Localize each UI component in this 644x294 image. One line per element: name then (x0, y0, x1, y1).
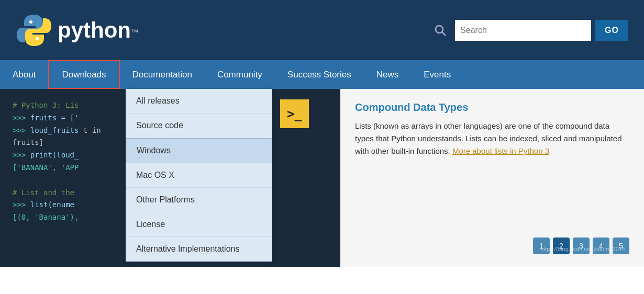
code-print-loud: print(loud_ (30, 151, 79, 159)
nav-item-about[interactable]: About (0, 60, 48, 89)
svg-point-0 (29, 20, 32, 24)
code-output-1: ['BANANA', 'APP (13, 163, 79, 172)
code-fruits-var: fruits = [' (30, 114, 79, 122)
code-line-8: # List and the (13, 188, 74, 197)
downloads-dropdown: All releases Source code Windows Mac OS … (126, 89, 272, 262)
code-prompt-4: >>> (13, 200, 30, 209)
dropdown-alternative-implementations[interactable]: Alternative Implementations (126, 237, 272, 262)
compound-title: Compound Data Types (355, 101, 629, 114)
nav-item-news[interactable]: News (364, 60, 412, 89)
svg-line-3 (442, 32, 446, 36)
code-line-1: # Python 3: Lis (13, 101, 79, 109)
main-content: >_ # Python 3: Lis >>> fruits = [' >>> l… (0, 89, 644, 267)
nav-bar: About Downloads Documentation Community … (0, 60, 644, 89)
compound-text: Lists (known as arrays in other language… (355, 120, 629, 157)
code-list-enum: list(enume (30, 200, 74, 209)
code-prompt-1: >>> (13, 114, 30, 122)
dropdown-all-releases[interactable]: All releases (126, 89, 272, 114)
nav-item-events[interactable]: Events (411, 60, 463, 89)
nav-item-downloads[interactable]: Downloads (48, 60, 119, 89)
code-prompt-3: >>> (13, 151, 30, 159)
go-button[interactable]: GO (595, 20, 628, 41)
dropdown-license[interactable]: License (126, 212, 272, 237)
dropdown-windows[interactable]: Windows (126, 138, 272, 163)
code-prompt-2: >>> (13, 126, 30, 134)
dropdown-source-code[interactable]: Source code (126, 114, 272, 138)
code-fruits-ref: fruits] (13, 138, 43, 146)
code-output-2: [(0, 'Banana'), (13, 213, 79, 221)
code-loud-fruits: loud_fruits (30, 126, 79, 134)
nav-item-success-stories[interactable]: Success Stories (275, 60, 364, 89)
logo-text: python™ (58, 18, 138, 43)
nav-item-community[interactable]: Community (205, 60, 275, 89)
python-logo-icon (16, 12, 52, 49)
dropdown-mac-osx[interactable]: Mac OS X (126, 163, 272, 188)
terminal-icon: >_ (280, 99, 309, 128)
svg-point-1 (36, 37, 39, 40)
info-content: Compound Data Types Lists (known as arra… (355, 101, 629, 157)
header: python™ GO (0, 0, 644, 60)
info-area: Compound Data Types Lists (known as arra… (340, 89, 644, 267)
search-icon (434, 24, 447, 37)
dropdown-other-platforms[interactable]: Other Platforms (126, 188, 272, 212)
code-loud-suffix: t in (79, 126, 101, 134)
search-input[interactable] (455, 20, 591, 41)
search-area: GO (430, 20, 628, 41)
svg-point-2 (436, 26, 443, 33)
watermark: https://blog.csdn.net/yatum_2014 (540, 246, 625, 252)
nav-item-documentation[interactable]: Documentation (120, 60, 205, 89)
logo-area: python™ (16, 12, 138, 49)
search-icon-wrap (430, 20, 451, 41)
compound-link[interactable]: More about lists in Python 3 (452, 146, 549, 155)
